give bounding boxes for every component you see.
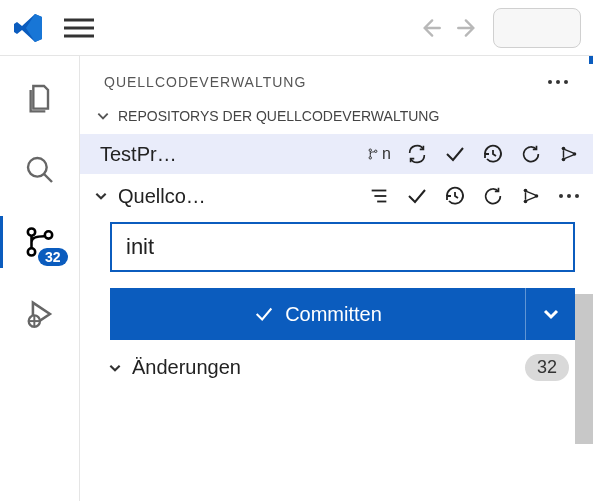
command-center[interactable] — [493, 8, 581, 48]
repo-name: TestPr… — [100, 143, 177, 166]
svg-point-12 — [556, 80, 560, 84]
svg-point-7 — [44, 231, 51, 238]
svg-point-26 — [559, 194, 563, 198]
repo-row[interactable]: TestPr… n — [80, 134, 593, 174]
scm-badge: 32 — [38, 248, 68, 266]
scrollbar[interactable] — [575, 294, 593, 444]
svg-point-3 — [28, 158, 47, 177]
refresh-icon[interactable] — [519, 142, 543, 166]
branch-label: n — [382, 145, 391, 163]
svg-point-28 — [575, 194, 579, 198]
more-icon[interactable] — [547, 79, 569, 85]
repos-section-header[interactable]: REPOSITORYS DER QUELLCODEVERWALTUNG — [80, 102, 593, 130]
more-icon[interactable] — [557, 184, 581, 208]
tree-view-icon[interactable] — [367, 184, 391, 208]
changes-label: Änderungen — [132, 356, 241, 379]
vscode-logo — [12, 12, 44, 44]
svg-point-16 — [375, 150, 377, 152]
check-icon[interactable] — [443, 142, 467, 166]
run-debug-icon[interactable] — [22, 296, 58, 332]
check-icon[interactable] — [405, 184, 429, 208]
svg-point-15 — [369, 157, 371, 159]
changes-count-badge: 32 — [525, 354, 569, 381]
menu-icon[interactable] — [64, 17, 94, 39]
nav-forward-icon[interactable] — [455, 15, 481, 41]
explorer-icon[interactable] — [22, 80, 58, 116]
svg-point-11 — [548, 80, 552, 84]
blue-edge — [589, 56, 593, 64]
refresh-icon[interactable] — [481, 184, 505, 208]
graph-icon[interactable] — [519, 184, 543, 208]
commit-button[interactable]: Committen — [110, 288, 525, 340]
search-icon[interactable] — [22, 152, 58, 188]
panel-title: QUELLCODEVERWALTUNG — [104, 74, 306, 90]
graph-icon[interactable] — [557, 142, 581, 166]
sync-icon[interactable] — [405, 142, 429, 166]
svg-point-14 — [369, 149, 371, 151]
svg-point-27 — [567, 194, 571, 198]
commit-dropdown[interactable] — [525, 288, 575, 340]
source-control-icon[interactable]: 32 — [22, 224, 58, 260]
svg-point-6 — [27, 248, 34, 255]
commit-message-input[interactable] — [110, 222, 575, 272]
scm-section-header[interactable]: Quellco… — [80, 178, 593, 214]
nav-back-icon[interactable] — [417, 15, 443, 41]
history-icon[interactable] — [443, 184, 467, 208]
repos-section-label: REPOSITORYS DER QUELLCODEVERWALTUNG — [118, 108, 439, 124]
commit-button-label: Committen — [285, 303, 382, 326]
svg-point-13 — [564, 80, 568, 84]
scm-label: Quellco… — [118, 185, 206, 208]
branch-icon[interactable]: n — [367, 142, 391, 166]
svg-point-5 — [27, 228, 34, 235]
svg-line-4 — [44, 174, 52, 182]
history-icon[interactable] — [481, 142, 505, 166]
changes-section-header[interactable]: Änderungen 32 — [80, 340, 593, 381]
